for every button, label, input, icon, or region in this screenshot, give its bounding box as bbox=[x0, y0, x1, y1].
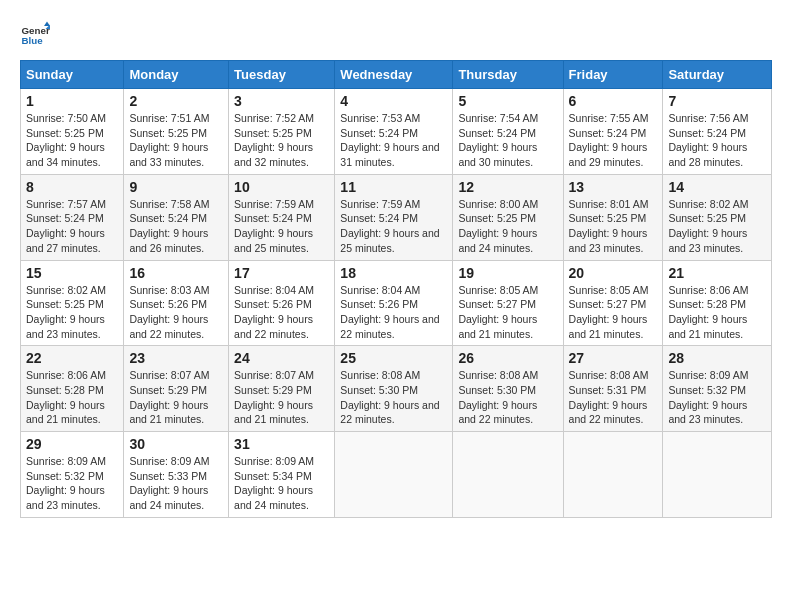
calendar-cell: 6 Sunrise: 7:55 AMSunset: 5:24 PMDayligh… bbox=[563, 89, 663, 175]
calendar-cell: 5 Sunrise: 7:54 AMSunset: 5:24 PMDayligh… bbox=[453, 89, 563, 175]
calendar-cell bbox=[663, 432, 772, 518]
day-info: Sunrise: 7:54 AMSunset: 5:24 PMDaylight:… bbox=[458, 111, 557, 170]
day-info: Sunrise: 7:50 AMSunset: 5:25 PMDaylight:… bbox=[26, 111, 118, 170]
calendar-cell: 28 Sunrise: 8:09 AMSunset: 5:32 PMDaylig… bbox=[663, 346, 772, 432]
day-number: 4 bbox=[340, 93, 447, 109]
day-info: Sunrise: 8:08 AMSunset: 5:31 PMDaylight:… bbox=[569, 368, 658, 427]
day-info: Sunrise: 8:02 AMSunset: 5:25 PMDaylight:… bbox=[26, 283, 118, 342]
day-number: 23 bbox=[129, 350, 223, 366]
svg-text:Blue: Blue bbox=[22, 35, 44, 46]
calendar-cell: 17 Sunrise: 8:04 AMSunset: 5:26 PMDaylig… bbox=[229, 260, 335, 346]
calendar-cell: 21 Sunrise: 8:06 AMSunset: 5:28 PMDaylig… bbox=[663, 260, 772, 346]
calendar-cell: 11 Sunrise: 7:59 AMSunset: 5:24 PMDaylig… bbox=[335, 174, 453, 260]
calendar-cell: 30 Sunrise: 8:09 AMSunset: 5:33 PMDaylig… bbox=[124, 432, 229, 518]
day-number: 28 bbox=[668, 350, 766, 366]
calendar-cell: 20 Sunrise: 8:05 AMSunset: 5:27 PMDaylig… bbox=[563, 260, 663, 346]
day-info: Sunrise: 8:06 AMSunset: 5:28 PMDaylight:… bbox=[26, 368, 118, 427]
calendar-cell: 9 Sunrise: 7:58 AMSunset: 5:24 PMDayligh… bbox=[124, 174, 229, 260]
day-number: 13 bbox=[569, 179, 658, 195]
day-number: 2 bbox=[129, 93, 223, 109]
calendar-cell: 31 Sunrise: 8:09 AMSunset: 5:34 PMDaylig… bbox=[229, 432, 335, 518]
day-number: 17 bbox=[234, 265, 329, 281]
header-thursday: Thursday bbox=[453, 61, 563, 89]
day-number: 18 bbox=[340, 265, 447, 281]
calendar-table: SundayMondayTuesdayWednesdayThursdayFrid… bbox=[20, 60, 772, 518]
day-info: Sunrise: 8:04 AMSunset: 5:26 PMDaylight:… bbox=[234, 283, 329, 342]
calendar-cell: 2 Sunrise: 7:51 AMSunset: 5:25 PMDayligh… bbox=[124, 89, 229, 175]
calendar-cell bbox=[453, 432, 563, 518]
day-info: Sunrise: 7:53 AMSunset: 5:24 PMDaylight:… bbox=[340, 111, 447, 170]
header-friday: Friday bbox=[563, 61, 663, 89]
calendar-cell: 8 Sunrise: 7:57 AMSunset: 5:24 PMDayligh… bbox=[21, 174, 124, 260]
day-info: Sunrise: 7:52 AMSunset: 5:25 PMDaylight:… bbox=[234, 111, 329, 170]
day-number: 3 bbox=[234, 93, 329, 109]
header-monday: Monday bbox=[124, 61, 229, 89]
day-number: 25 bbox=[340, 350, 447, 366]
calendar-cell: 29 Sunrise: 8:09 AMSunset: 5:32 PMDaylig… bbox=[21, 432, 124, 518]
day-number: 26 bbox=[458, 350, 557, 366]
header-wednesday: Wednesday bbox=[335, 61, 453, 89]
day-info: Sunrise: 7:58 AMSunset: 5:24 PMDaylight:… bbox=[129, 197, 223, 256]
day-number: 14 bbox=[668, 179, 766, 195]
day-number: 21 bbox=[668, 265, 766, 281]
calendar-cell: 19 Sunrise: 8:05 AMSunset: 5:27 PMDaylig… bbox=[453, 260, 563, 346]
day-info: Sunrise: 8:03 AMSunset: 5:26 PMDaylight:… bbox=[129, 283, 223, 342]
day-info: Sunrise: 8:05 AMSunset: 5:27 PMDaylight:… bbox=[458, 283, 557, 342]
day-number: 15 bbox=[26, 265, 118, 281]
day-number: 30 bbox=[129, 436, 223, 452]
header-sunday: Sunday bbox=[21, 61, 124, 89]
day-info: Sunrise: 8:09 AMSunset: 5:32 PMDaylight:… bbox=[668, 368, 766, 427]
day-info: Sunrise: 8:07 AMSunset: 5:29 PMDaylight:… bbox=[129, 368, 223, 427]
calendar-week-row: 29 Sunrise: 8:09 AMSunset: 5:32 PMDaylig… bbox=[21, 432, 772, 518]
calendar-cell: 1 Sunrise: 7:50 AMSunset: 5:25 PMDayligh… bbox=[21, 89, 124, 175]
day-number: 19 bbox=[458, 265, 557, 281]
header-saturday: Saturday bbox=[663, 61, 772, 89]
calendar-cell: 24 Sunrise: 8:07 AMSunset: 5:29 PMDaylig… bbox=[229, 346, 335, 432]
calendar-week-row: 22 Sunrise: 8:06 AMSunset: 5:28 PMDaylig… bbox=[21, 346, 772, 432]
day-info: Sunrise: 7:59 AMSunset: 5:24 PMDaylight:… bbox=[234, 197, 329, 256]
svg-text:General: General bbox=[22, 25, 51, 36]
calendar-cell: 15 Sunrise: 8:02 AMSunset: 5:25 PMDaylig… bbox=[21, 260, 124, 346]
day-info: Sunrise: 7:59 AMSunset: 5:24 PMDaylight:… bbox=[340, 197, 447, 256]
day-number: 8 bbox=[26, 179, 118, 195]
day-info: Sunrise: 8:09 AMSunset: 5:34 PMDaylight:… bbox=[234, 454, 329, 513]
day-number: 20 bbox=[569, 265, 658, 281]
calendar-cell: 26 Sunrise: 8:08 AMSunset: 5:30 PMDaylig… bbox=[453, 346, 563, 432]
calendar-cell: 27 Sunrise: 8:08 AMSunset: 5:31 PMDaylig… bbox=[563, 346, 663, 432]
calendar-cell: 7 Sunrise: 7:56 AMSunset: 5:24 PMDayligh… bbox=[663, 89, 772, 175]
day-number: 16 bbox=[129, 265, 223, 281]
page-header: General Blue bbox=[20, 20, 772, 50]
day-info: Sunrise: 7:55 AMSunset: 5:24 PMDaylight:… bbox=[569, 111, 658, 170]
calendar-cell: 18 Sunrise: 8:04 AMSunset: 5:26 PMDaylig… bbox=[335, 260, 453, 346]
day-info: Sunrise: 7:57 AMSunset: 5:24 PMDaylight:… bbox=[26, 197, 118, 256]
day-number: 22 bbox=[26, 350, 118, 366]
calendar-week-row: 1 Sunrise: 7:50 AMSunset: 5:25 PMDayligh… bbox=[21, 89, 772, 175]
day-number: 27 bbox=[569, 350, 658, 366]
calendar-cell: 3 Sunrise: 7:52 AMSunset: 5:25 PMDayligh… bbox=[229, 89, 335, 175]
day-info: Sunrise: 8:09 AMSunset: 5:33 PMDaylight:… bbox=[129, 454, 223, 513]
calendar-cell bbox=[335, 432, 453, 518]
day-info: Sunrise: 8:07 AMSunset: 5:29 PMDaylight:… bbox=[234, 368, 329, 427]
calendar-cell: 23 Sunrise: 8:07 AMSunset: 5:29 PMDaylig… bbox=[124, 346, 229, 432]
calendar-week-row: 15 Sunrise: 8:02 AMSunset: 5:25 PMDaylig… bbox=[21, 260, 772, 346]
calendar-cell: 13 Sunrise: 8:01 AMSunset: 5:25 PMDaylig… bbox=[563, 174, 663, 260]
calendar-week-row: 8 Sunrise: 7:57 AMSunset: 5:24 PMDayligh… bbox=[21, 174, 772, 260]
day-info: Sunrise: 8:08 AMSunset: 5:30 PMDaylight:… bbox=[458, 368, 557, 427]
calendar-header-row: SundayMondayTuesdayWednesdayThursdayFrid… bbox=[21, 61, 772, 89]
day-number: 9 bbox=[129, 179, 223, 195]
calendar-cell: 16 Sunrise: 8:03 AMSunset: 5:26 PMDaylig… bbox=[124, 260, 229, 346]
day-info: Sunrise: 7:56 AMSunset: 5:24 PMDaylight:… bbox=[668, 111, 766, 170]
day-number: 29 bbox=[26, 436, 118, 452]
day-info: Sunrise: 8:02 AMSunset: 5:25 PMDaylight:… bbox=[668, 197, 766, 256]
svg-marker-2 bbox=[44, 22, 50, 27]
day-info: Sunrise: 8:05 AMSunset: 5:27 PMDaylight:… bbox=[569, 283, 658, 342]
calendar-cell: 14 Sunrise: 8:02 AMSunset: 5:25 PMDaylig… bbox=[663, 174, 772, 260]
day-info: Sunrise: 8:09 AMSunset: 5:32 PMDaylight:… bbox=[26, 454, 118, 513]
day-number: 1 bbox=[26, 93, 118, 109]
day-number: 31 bbox=[234, 436, 329, 452]
calendar-cell: 25 Sunrise: 8:08 AMSunset: 5:30 PMDaylig… bbox=[335, 346, 453, 432]
day-number: 11 bbox=[340, 179, 447, 195]
day-info: Sunrise: 8:04 AMSunset: 5:26 PMDaylight:… bbox=[340, 283, 447, 342]
day-number: 24 bbox=[234, 350, 329, 366]
day-info: Sunrise: 8:06 AMSunset: 5:28 PMDaylight:… bbox=[668, 283, 766, 342]
